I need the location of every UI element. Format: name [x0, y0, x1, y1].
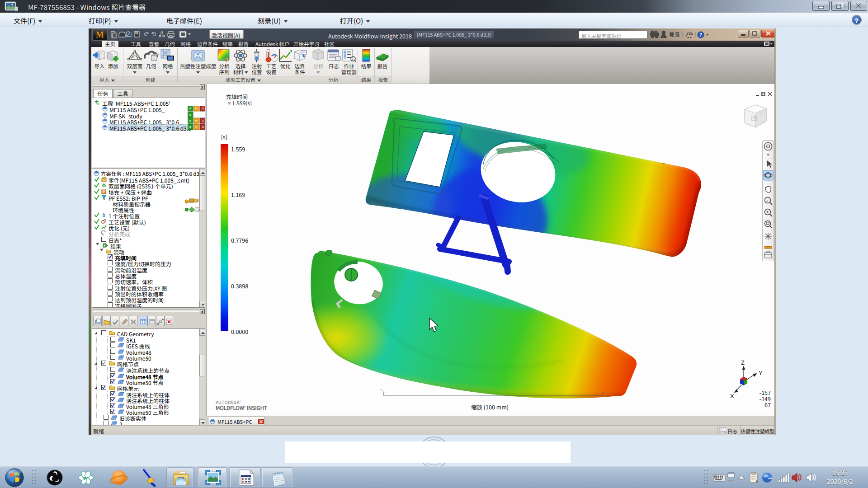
svg-text:Y: Y — [759, 370, 763, 376]
svg-text:X: X — [730, 393, 734, 399]
svg-text:?: ? — [699, 31, 702, 38]
svg-text:Z: Z — [741, 359, 745, 366]
svg-text:z: z — [766, 199, 768, 202]
svg-text:ev: ev — [83, 476, 88, 480]
svg-text:登录: 登录 — [669, 30, 680, 38]
